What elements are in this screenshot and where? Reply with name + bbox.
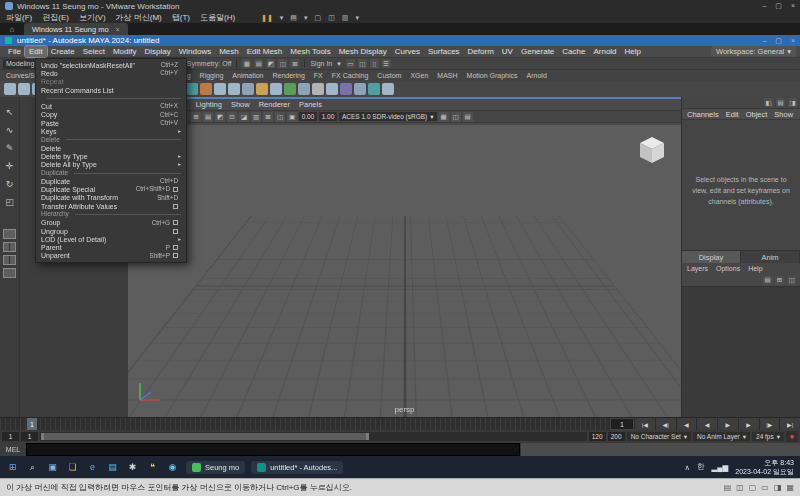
window-control-button[interactable]: ▢ [775, 2, 782, 10]
vmware-menu-item[interactable]: 도움말(H) [200, 12, 235, 23]
viewport-canvas[interactable]: persp [128, 125, 681, 417]
viewport-toolbar-icon[interactable]: ◩ [215, 112, 225, 122]
shelf-icon[interactable] [18, 83, 30, 95]
status-line-icon[interactable]: ☰ [382, 59, 391, 68]
playback-start-field[interactable]: 1 [21, 432, 38, 441]
shelf-tab[interactable]: Motion Graphics [467, 72, 518, 79]
shelf-icon[interactable] [242, 83, 254, 95]
viewport-toolbar-icon[interactable]: ◪ [239, 112, 249, 122]
vm-device-icon[interactable]: ▦ [786, 483, 794, 492]
layout-four-pane-button[interactable] [3, 242, 16, 252]
playback-end-field[interactable]: 120 [589, 432, 606, 441]
edit-menu-item[interactable]: Copy Ctrl+C [36, 111, 186, 119]
channel-box-icon[interactable]: ◧ [764, 98, 773, 107]
edit-menu-item[interactable]: Recent Commands List [36, 86, 186, 94]
toolbox-tool-icon[interactable]: ◰ [3, 195, 17, 208]
viewport-toolbar-icon[interactable]: ◫ [275, 112, 285, 122]
vmware-menu-item[interactable]: 편집(E) [42, 12, 69, 23]
command-input[interactable] [26, 443, 520, 456]
taskbar-app-icon[interactable]: e [86, 461, 99, 474]
time-slider-track[interactable]: 1 [0, 418, 610, 430]
maya-menu-item[interactable]: Modify [109, 46, 141, 57]
tray-icon[interactable]: ∧ [684, 463, 690, 472]
vmware-menu-item[interactable]: 보기(V) [79, 12, 106, 23]
status-line-icon[interactable]: ◫ [278, 59, 287, 68]
shelf-icon[interactable] [326, 83, 338, 95]
transport-button[interactable]: ◀| [655, 418, 676, 430]
exposure-field[interactable]: 0.00 [299, 112, 317, 121]
vmware-menu-item[interactable]: 가상 머신(M) [116, 12, 162, 23]
window-control-button[interactable]: – [762, 2, 766, 10]
shelf-icon[interactable] [382, 83, 394, 95]
vmware-toolbar-icon[interactable]: ▾ [280, 14, 284, 22]
shelf-tab[interactable]: XGen [410, 72, 428, 79]
command-language-toggle[interactable]: MEL [0, 443, 26, 456]
shelf-tab[interactable]: Rigging [200, 72, 224, 79]
layer-editor-tab[interactable]: Display [682, 251, 741, 263]
maya-menu-item[interactable]: Surfaces [424, 46, 464, 57]
transport-button[interactable]: ▶ [717, 418, 738, 430]
maya-menu-item[interactable]: Arnold [589, 46, 620, 57]
viewport-toolbar-icon[interactable]: ⊠ [263, 112, 273, 122]
shelf-icon[interactable] [186, 83, 198, 95]
view-cube[interactable] [637, 135, 667, 165]
shelf-icon[interactable] [368, 83, 380, 95]
channel-box-menu-item[interactable]: Channels [687, 110, 719, 119]
vmware-toolbar-icon[interactable]: ❚❚ [261, 14, 273, 22]
transport-button[interactable]: ▶ [738, 418, 759, 430]
transport-button[interactable]: ◀ [676, 418, 697, 430]
viewport-menu-item[interactable]: Show [231, 100, 250, 109]
layout-two-pane-stacked-button[interactable] [3, 268, 16, 278]
status-line-icon[interactable]: ⊠ [290, 59, 299, 68]
shelf-icon[interactable] [270, 83, 282, 95]
toolbox-tool-icon[interactable]: ✛ [3, 159, 17, 172]
shelf-tab[interactable]: Arnold [527, 72, 547, 79]
transport-button[interactable]: ◀ [696, 418, 717, 430]
shelf-tab[interactable]: Animation [232, 72, 263, 79]
channel-box-menu-item[interactable]: Show [774, 110, 793, 119]
maya-menu-item[interactable]: Generate [517, 46, 558, 57]
range-slider[interactable] [40, 432, 587, 441]
layer-editor-tab[interactable]: Anim [741, 251, 800, 263]
tray-icon[interactable]: ▂▄▆ [711, 463, 728, 472]
status-line-icon[interactable]: ▤ [254, 59, 263, 68]
shelf-tab[interactable]: FX [314, 72, 323, 79]
tab-close-icon[interactable]: × [116, 26, 120, 33]
vmware-menu-item[interactable]: 탭(T) [172, 12, 190, 23]
toolbox-tool-icon[interactable]: ↖ [3, 105, 17, 118]
edit-menu-item[interactable]: Duplicate Special Ctrl+Shift+D [36, 185, 186, 193]
shelf-icon[interactable] [256, 83, 268, 95]
shelf-icon[interactable] [312, 83, 324, 95]
maya-menu-item[interactable]: Mesh Display [335, 46, 391, 57]
edit-menu-item[interactable]: Duplicate Ctrl+D [36, 177, 186, 185]
layout-single-pane-button[interactable] [3, 229, 16, 239]
home-tab-icon[interactable]: ⌂ [4, 23, 20, 35]
shelf-tab[interactable]: MASH [437, 72, 457, 79]
range-slider-bar[interactable] [41, 433, 369, 440]
taskbar-app-icon[interactable]: ❝ [146, 461, 159, 474]
edit-menu-item[interactable]: Cut Ctrl+X [36, 102, 186, 110]
maya-menu-item[interactable]: Windows [175, 46, 215, 57]
sign-in-button[interactable]: Sign In [310, 60, 332, 67]
status-line-icon[interactable]: ▭ [346, 59, 355, 68]
character-set-dropdown[interactable]: No Character Set ▾ [627, 432, 691, 441]
edit-menu-item[interactable]: Group Ctrl+G [36, 219, 186, 227]
option-box-icon[interactable] [173, 204, 178, 209]
colorspace-dropdown[interactable]: ACES 1.0 SDR-video (sRGB) ▾ [339, 112, 437, 121]
layer-editor-menu-item[interactable]: Layers [687, 265, 708, 272]
vmware-toolbar-icon[interactable]: ▾ [304, 14, 308, 22]
option-box-icon[interactable] [173, 253, 178, 258]
viewport-toolbar-icon[interactable]: ▤ [203, 112, 213, 122]
channel-box-menu-item[interactable]: Edit [726, 110, 739, 119]
viewport-menu-item[interactable]: Panels [299, 100, 322, 109]
shelf-icon[interactable] [284, 83, 296, 95]
taskbar-app-icon[interactable]: ⊞ [6, 461, 19, 474]
maya-menu-item[interactable]: Help [621, 46, 645, 57]
shelf-tab[interactable]: Rendering [272, 72, 304, 79]
taskbar-app-icon[interactable]: ▤ [106, 461, 119, 474]
shelf-icon[interactable] [228, 83, 240, 95]
status-line-icon[interactable]: ◫ [358, 59, 367, 68]
edit-menu-item[interactable]: Delete All by Type ▸ [36, 161, 186, 169]
maya-menu-item[interactable]: Mesh [215, 46, 243, 57]
edit-menu-item[interactable]: Transfer Attribute Values [36, 202, 186, 210]
